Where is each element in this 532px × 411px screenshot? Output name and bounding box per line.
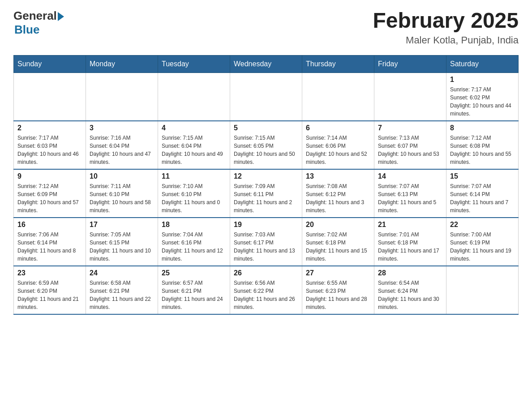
day-number: 27 [306, 269, 370, 277]
day-info: Sunrise: 7:13 AM Sunset: 6:07 PM Dayligh… [378, 134, 442, 166]
calendar-cell: 12Sunrise: 7:09 AM Sunset: 6:11 PM Dayli… [230, 169, 302, 218]
logo-blue-text: Blue [14, 23, 64, 37]
day-info: Sunrise: 6:59 AM Sunset: 6:20 PM Dayligh… [17, 279, 82, 311]
calendar-cell: 10Sunrise: 7:11 AM Sunset: 6:10 PM Dayli… [86, 169, 158, 218]
weekday-header-tuesday: Tuesday [158, 55, 230, 73]
day-info: Sunrise: 7:07 AM Sunset: 6:14 PM Dayligh… [450, 182, 515, 214]
day-number: 9 [17, 172, 82, 180]
day-number: 11 [162, 172, 226, 180]
calendar-cell [86, 73, 158, 121]
calendar-cell: 23Sunrise: 6:59 AM Sunset: 6:20 PM Dayli… [14, 266, 86, 314]
calendar-cell: 9Sunrise: 7:12 AM Sunset: 6:09 PM Daylig… [14, 169, 86, 218]
day-number: 12 [234, 172, 298, 180]
calendar-cell: 13Sunrise: 7:08 AM Sunset: 6:12 PM Dayli… [302, 169, 374, 218]
calendar-cell [374, 73, 446, 121]
day-number: 28 [378, 269, 442, 277]
page-header: General Blue February 2025 Maler Kotla, … [13, 9, 519, 46]
weekday-header-thursday: Thursday [302, 55, 374, 73]
day-number: 21 [378, 221, 442, 229]
calendar-cell: 7Sunrise: 7:13 AM Sunset: 6:07 PM Daylig… [374, 121, 446, 169]
day-info: Sunrise: 6:55 AM Sunset: 6:23 PM Dayligh… [306, 279, 370, 311]
month-title: February 2025 [373, 9, 519, 33]
calendar-cell [302, 73, 374, 121]
day-info: Sunrise: 7:17 AM Sunset: 6:02 PM Dayligh… [450, 86, 515, 118]
day-info: Sunrise: 6:57 AM Sunset: 6:21 PM Dayligh… [162, 279, 226, 311]
calendar-cell: 17Sunrise: 7:05 AM Sunset: 6:15 PM Dayli… [86, 218, 158, 266]
calendar-cell: 28Sunrise: 6:54 AM Sunset: 6:24 PM Dayli… [374, 266, 446, 314]
logo-arrow-icon [58, 12, 64, 21]
calendar-cell: 3Sunrise: 7:16 AM Sunset: 6:04 PM Daylig… [86, 121, 158, 169]
day-info: Sunrise: 7:16 AM Sunset: 6:04 PM Dayligh… [90, 134, 154, 166]
day-number: 19 [234, 221, 298, 229]
day-info: Sunrise: 6:56 AM Sunset: 6:22 PM Dayligh… [234, 279, 298, 311]
day-number: 15 [450, 172, 515, 180]
day-info: Sunrise: 7:17 AM Sunset: 6:03 PM Dayligh… [17, 134, 82, 166]
day-info: Sunrise: 7:04 AM Sunset: 6:16 PM Dayligh… [162, 231, 226, 263]
day-number: 4 [162, 124, 226, 132]
calendar-cell: 4Sunrise: 7:15 AM Sunset: 6:04 PM Daylig… [158, 121, 230, 169]
calendar-cell: 19Sunrise: 7:03 AM Sunset: 6:17 PM Dayli… [230, 218, 302, 266]
day-info: Sunrise: 7:01 AM Sunset: 6:18 PM Dayligh… [378, 231, 442, 263]
day-info: Sunrise: 7:00 AM Sunset: 6:19 PM Dayligh… [450, 231, 515, 263]
calendar-cell: 5Sunrise: 7:15 AM Sunset: 6:05 PM Daylig… [230, 121, 302, 169]
day-number: 5 [234, 124, 298, 132]
weekday-header-friday: Friday [374, 55, 446, 73]
day-info: Sunrise: 7:07 AM Sunset: 6:13 PM Dayligh… [378, 182, 442, 214]
calendar-cell: 18Sunrise: 7:04 AM Sunset: 6:16 PM Dayli… [158, 218, 230, 266]
calendar-cell: 11Sunrise: 7:10 AM Sunset: 6:10 PM Dayli… [158, 169, 230, 218]
calendar-cell: 6Sunrise: 7:14 AM Sunset: 6:06 PM Daylig… [302, 121, 374, 169]
calendar-week-2: 2Sunrise: 7:17 AM Sunset: 6:03 PM Daylig… [14, 121, 519, 169]
day-number: 22 [450, 221, 515, 229]
day-number: 8 [450, 124, 515, 132]
calendar-cell [14, 73, 86, 121]
weekday-header-monday: Monday [86, 55, 158, 73]
logo: General Blue [13, 9, 64, 37]
day-info: Sunrise: 7:09 AM Sunset: 6:11 PM Dayligh… [234, 182, 298, 214]
day-number: 20 [306, 221, 370, 229]
day-number: 10 [90, 172, 154, 180]
day-info: Sunrise: 7:12 AM Sunset: 6:09 PM Dayligh… [17, 182, 82, 214]
calendar-cell: 8Sunrise: 7:12 AM Sunset: 6:08 PM Daylig… [446, 121, 519, 169]
calendar-week-3: 9Sunrise: 7:12 AM Sunset: 6:09 PM Daylig… [14, 169, 519, 218]
day-number: 13 [306, 172, 370, 180]
location-title: Maler Kotla, Punjab, India [373, 34, 519, 46]
day-info: Sunrise: 6:54 AM Sunset: 6:24 PM Dayligh… [378, 279, 442, 311]
day-number: 17 [90, 221, 154, 229]
calendar-cell [158, 73, 230, 121]
day-number: 1 [450, 76, 515, 84]
calendar-cell: 14Sunrise: 7:07 AM Sunset: 6:13 PM Dayli… [374, 169, 446, 218]
day-number: 3 [90, 124, 154, 132]
day-number: 26 [234, 269, 298, 277]
calendar-week-5: 23Sunrise: 6:59 AM Sunset: 6:20 PM Dayli… [14, 266, 519, 314]
day-info: Sunrise: 7:03 AM Sunset: 6:17 PM Dayligh… [234, 231, 298, 263]
day-info: Sunrise: 7:12 AM Sunset: 6:08 PM Dayligh… [450, 134, 515, 166]
day-number: 24 [90, 269, 154, 277]
calendar-cell: 25Sunrise: 6:57 AM Sunset: 6:21 PM Dayli… [158, 266, 230, 314]
weekday-header-sunday: Sunday [14, 55, 86, 73]
day-info: Sunrise: 7:10 AM Sunset: 6:10 PM Dayligh… [162, 182, 226, 214]
calendar-cell: 22Sunrise: 7:00 AM Sunset: 6:19 PM Dayli… [446, 218, 519, 266]
day-number: 7 [378, 124, 442, 132]
day-info: Sunrise: 7:15 AM Sunset: 6:05 PM Dayligh… [234, 134, 298, 166]
calendar-week-1: 1Sunrise: 7:17 AM Sunset: 6:02 PM Daylig… [14, 73, 519, 121]
calendar-header-row: SundayMondayTuesdayWednesdayThursdayFrid… [14, 55, 519, 73]
calendar-cell: 16Sunrise: 7:06 AM Sunset: 6:14 PM Dayli… [14, 218, 86, 266]
day-number: 2 [17, 124, 82, 132]
calendar-cell: 24Sunrise: 6:58 AM Sunset: 6:21 PM Dayli… [86, 266, 158, 314]
day-number: 6 [306, 124, 370, 132]
calendar-cell: 2Sunrise: 7:17 AM Sunset: 6:03 PM Daylig… [14, 121, 86, 169]
day-number: 16 [17, 221, 82, 229]
logo-general-text: General [13, 9, 57, 23]
calendar-cell: 26Sunrise: 6:56 AM Sunset: 6:22 PM Dayli… [230, 266, 302, 314]
calendar-cell: 20Sunrise: 7:02 AM Sunset: 6:18 PM Dayli… [302, 218, 374, 266]
calendar-cell: 1Sunrise: 7:17 AM Sunset: 6:02 PM Daylig… [446, 73, 519, 121]
day-number: 18 [162, 221, 226, 229]
day-info: Sunrise: 7:15 AM Sunset: 6:04 PM Dayligh… [162, 134, 226, 166]
weekday-header-saturday: Saturday [446, 55, 519, 73]
calendar-cell [446, 266, 519, 314]
title-section: February 2025 Maler Kotla, Punjab, India [373, 9, 519, 46]
day-number: 14 [378, 172, 442, 180]
day-info: Sunrise: 7:06 AM Sunset: 6:14 PM Dayligh… [17, 231, 82, 263]
day-number: 23 [17, 269, 82, 277]
day-number: 25 [162, 269, 226, 277]
